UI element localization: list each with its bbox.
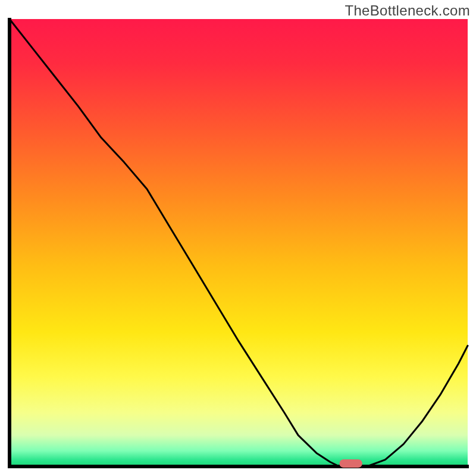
optimal-range-marker bbox=[339, 459, 362, 468]
chart-svg bbox=[7, 18, 469, 469]
chart-frame: TheBottleneck.com bbox=[0, 0, 476, 476]
plot-area bbox=[7, 18, 469, 469]
watermark-text: TheBottleneck.com bbox=[345, 2, 470, 19]
gradient-background bbox=[10, 19, 468, 466]
